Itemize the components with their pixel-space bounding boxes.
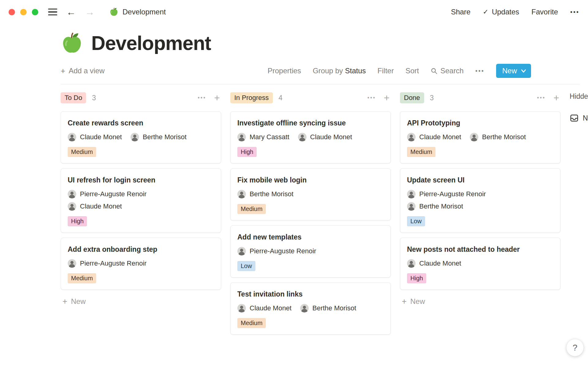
- avatar: [68, 133, 76, 141]
- column-add-icon[interactable]: +: [553, 93, 559, 103]
- group-pill[interactable]: In Progress: [230, 92, 273, 103]
- share-button[interactable]: Share: [451, 8, 470, 16]
- window-titlebar: ← → Development Share ✓ Updates Favorite…: [0, 0, 588, 24]
- board-card[interactable]: Update screen UIPierre-Auguste RenoirBer…: [400, 168, 560, 233]
- search-button[interactable]: Search: [431, 67, 464, 75]
- board-card[interactable]: Investigate offline syncing issueMary Ca…: [230, 111, 391, 163]
- avatar: [407, 133, 416, 141]
- apple-icon: [109, 7, 119, 17]
- favorite-button[interactable]: Favorite: [531, 8, 558, 16]
- minimize-window-button[interactable]: [20, 9, 27, 15]
- assignee-name: Claude Monet: [419, 133, 461, 141]
- page-header: Development: [0, 32, 588, 55]
- assignee-name: Mary Cassatt: [250, 133, 289, 141]
- assignee-chip: Pierre-Auguste Renoir: [237, 247, 316, 255]
- toolbar-more-icon[interactable]: •••: [475, 67, 484, 75]
- back-arrow-icon[interactable]: ←: [66, 7, 76, 17]
- card-title: Create rewards screen: [68, 119, 143, 127]
- priority-badge: Low: [237, 261, 255, 271]
- card-title: Test invitation links: [237, 290, 303, 298]
- assignee-name: Berthe Morisot: [419, 202, 463, 210]
- avatar: [237, 304, 246, 312]
- column-header: Done3•••+: [400, 84, 560, 111]
- priority-badge: Low: [407, 216, 425, 226]
- add-card-label: New: [410, 297, 425, 306]
- priority-badge: Medium: [237, 318, 266, 328]
- help-button[interactable]: ?: [566, 339, 584, 356]
- avatar: [68, 259, 76, 268]
- column-actions: •••+: [367, 93, 390, 103]
- card-list: API PrototypingClaude MonetBerthe Moriso…: [400, 111, 560, 290]
- assignee-list: Pierre-Auguste Renoir: [68, 259, 147, 268]
- card-title: Add extra onboarding step: [68, 245, 157, 254]
- board-card[interactable]: Test invitation linksClaude MonetBerthe …: [230, 282, 391, 335]
- add-card-button[interactable]: +New: [400, 297, 560, 306]
- board: To Do3•••+Create rewards screenClaude Mo…: [61, 84, 588, 363]
- assignee-chip: Claude Monet: [407, 133, 461, 141]
- avatar: [470, 133, 478, 141]
- sidebar-toggle-icon[interactable]: [48, 9, 57, 16]
- add-view-button[interactable]: + Add a view: [61, 67, 105, 75]
- board-card[interactable]: New posts not attached to headerClaude M…: [400, 238, 560, 290]
- board-card[interactable]: UI refresh for login screenPierre-August…: [61, 168, 221, 233]
- group-by-button[interactable]: Group by Status: [313, 67, 366, 75]
- forward-arrow-icon[interactable]: →: [85, 7, 95, 17]
- card-list: Create rewards screenClaude MonetBerthe …: [61, 111, 221, 290]
- column-more-icon[interactable]: •••: [198, 95, 206, 101]
- column-actions: •••+: [537, 93, 559, 103]
- assignee-chip: Berthe Morisot: [470, 133, 526, 141]
- assignee-chip: Mary Cassatt: [237, 133, 289, 141]
- assignee-chip: Pierre-Auguste Renoir: [68, 190, 147, 198]
- assignee-chip: Berthe Morisot: [300, 304, 356, 312]
- board-column-to-do: To Do3•••+Create rewards screenClaude Mo…: [61, 84, 221, 363]
- group-count: 4: [279, 94, 283, 102]
- priority-badge: Medium: [68, 147, 96, 157]
- updates-label: Updates: [492, 8, 519, 16]
- filter-button[interactable]: Filter: [378, 67, 394, 75]
- column-more-icon[interactable]: •••: [537, 95, 545, 101]
- column-actions: •••+: [198, 93, 220, 103]
- updates-button[interactable]: ✓ Updates: [483, 8, 519, 16]
- assignee-name: Pierre-Auguste Renoir: [80, 190, 147, 198]
- priority-badge: High: [407, 273, 426, 283]
- more-options-icon[interactable]: •••: [570, 9, 579, 16]
- breadcrumb[interactable]: Development: [109, 7, 166, 17]
- assignee-list: Mary CassattClaude Monet: [237, 133, 352, 141]
- hidden-group-item[interactable]: No Status: [570, 113, 588, 123]
- new-button-label: New: [502, 67, 517, 75]
- hidden-groups-label[interactable]: Hidden groups: [570, 92, 588, 101]
- assignee-chip: Berthe Morisot: [237, 190, 293, 198]
- group-pill[interactable]: Done: [400, 92, 424, 103]
- assignee-list: Claude MonetBerthe Morisot: [237, 304, 356, 312]
- new-button[interactable]: New: [496, 64, 531, 78]
- assignee-chip: Berthe Morisot: [130, 133, 187, 141]
- card-title: Add new templates: [237, 233, 302, 241]
- group-by-value: Status: [345, 67, 366, 75]
- zoom-window-button[interactable]: [32, 9, 38, 15]
- priority-badge: Medium: [407, 147, 435, 157]
- properties-button[interactable]: Properties: [268, 67, 301, 75]
- card-title: New posts not attached to header: [407, 245, 520, 254]
- board-card[interactable]: Fix mobile web loginBerthe MorisotMedium: [230, 168, 391, 220]
- group-count: 3: [92, 94, 96, 102]
- avatar: [407, 190, 416, 198]
- avatar: [407, 202, 416, 211]
- assignee-name: Claude Monet: [80, 202, 122, 210]
- column-add-icon[interactable]: +: [384, 93, 390, 103]
- avatar: [407, 259, 416, 268]
- board-card[interactable]: Add extra onboarding stepPierre-Auguste …: [61, 238, 221, 290]
- board-card[interactable]: API PrototypingClaude MonetBerthe Moriso…: [400, 111, 560, 163]
- add-card-button[interactable]: +New: [61, 297, 221, 306]
- group-pill[interactable]: To Do: [61, 92, 86, 103]
- board-card[interactable]: Add new templatesPierre-Auguste RenoirLo…: [230, 225, 391, 278]
- column-add-icon[interactable]: +: [214, 93, 220, 103]
- board-card[interactable]: Create rewards screenClaude MonetBerthe …: [61, 111, 221, 163]
- hidden-groups-column: Hidden groups No Status: [570, 84, 588, 363]
- page-apple-icon[interactable]: [61, 32, 83, 55]
- card-title: Fix mobile web login: [237, 176, 307, 184]
- close-window-button[interactable]: [9, 9, 15, 15]
- assignee-chip: Pierre-Auguste Renoir: [68, 259, 147, 268]
- titlebar-actions: Share ✓ Updates Favorite •••: [451, 8, 579, 16]
- column-more-icon[interactable]: •••: [367, 95, 376, 101]
- sort-button[interactable]: Sort: [405, 67, 419, 75]
